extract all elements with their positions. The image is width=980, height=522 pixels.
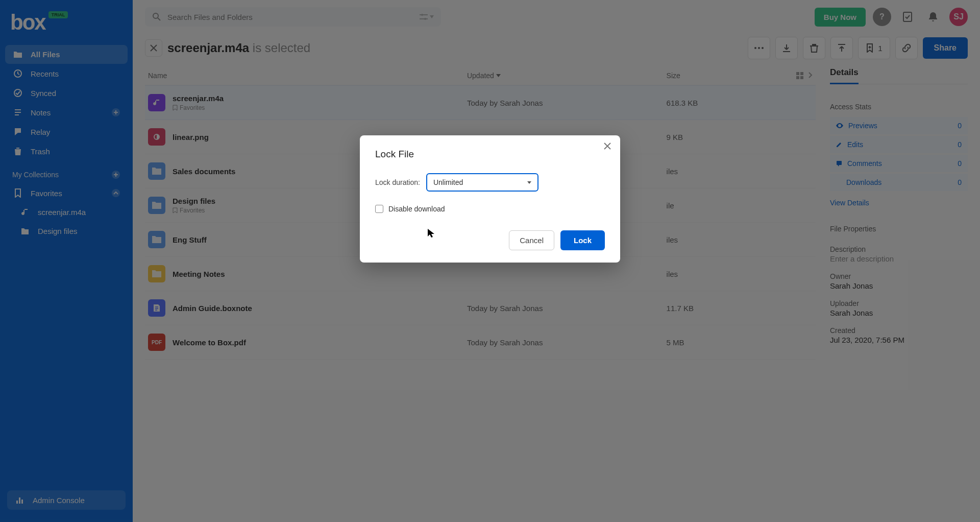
lock-duration-label: Lock duration: <box>375 178 420 186</box>
chevron-down-icon <box>527 181 531 184</box>
cancel-button[interactable]: Cancel <box>509 230 554 250</box>
modal-title: Lock File <box>375 149 605 160</box>
lock-button[interactable]: Lock <box>560 230 605 250</box>
disable-download-label: Disable download <box>388 205 445 213</box>
lock-duration-select[interactable]: Unlimited <box>426 173 538 192</box>
disable-download-checkbox[interactable] <box>375 205 383 213</box>
lock-duration-value: Unlimited <box>433 178 463 186</box>
lock-file-modal: Lock File Lock duration: Unlimited Disab… <box>360 135 620 263</box>
modal-overlay[interactable]: Lock File Lock duration: Unlimited Disab… <box>0 0 980 522</box>
close-icon[interactable] <box>604 143 611 150</box>
